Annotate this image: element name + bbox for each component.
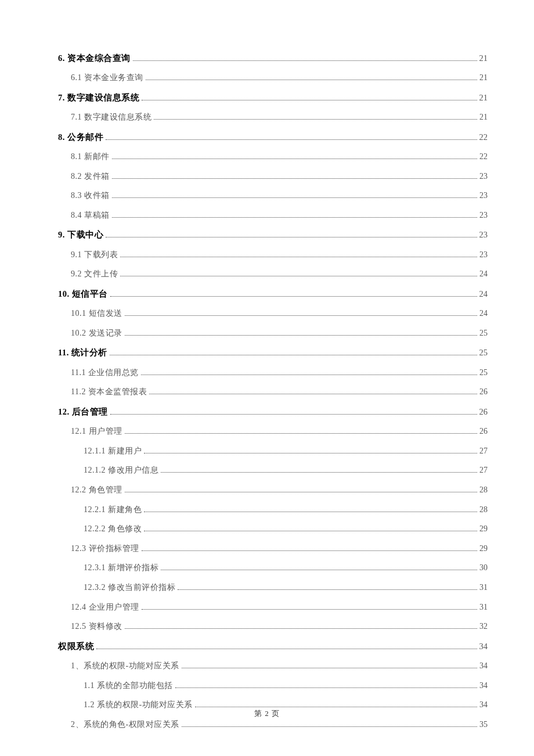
toc-entry[interactable]: 6. 资本金综合查询21 [58, 52, 488, 64]
toc-entry-page: 23 [479, 171, 488, 182]
toc-entry[interactable]: 12.2 角色管理28 [58, 484, 488, 496]
toc-dots [142, 609, 478, 610]
toc-entry-page: 21 [479, 92, 488, 103]
toc-dots [110, 355, 477, 355]
toc-entry-label: 12.3.1 新增评价指标 [84, 562, 158, 574]
page-footer: 第 2 页 [0, 708, 534, 719]
toc-entry-label: 9.2 文件上传 [71, 268, 118, 280]
toc-entry[interactable]: 8. 公务邮件22 [58, 131, 488, 143]
toc-entry-label: 10.1 短信发送 [71, 308, 122, 319]
toc-entry[interactable]: 9. 下载中心23 [58, 229, 488, 240]
toc-dots [125, 492, 478, 492]
toc-entry-page: 29 [479, 543, 488, 555]
toc-entry-page: 24 [479, 308, 488, 319]
toc-entry-label: 12.1.2 修改用户信息 [84, 465, 158, 476]
toc-entry-page: 29 [479, 523, 488, 535]
toc-entry[interactable]: 12.2.2 角色修改29 [58, 523, 488, 535]
toc-entry-label: 2、系统的角色-权限对应关系 [71, 719, 179, 730]
toc-entry[interactable]: 9.2 文件上传24 [58, 268, 488, 280]
toc-entry-page: 31 [479, 602, 488, 613]
toc-entry-label: 12.1.1 新建用户 [84, 445, 142, 457]
toc-entry-label: 7. 数字建设信息系统 [58, 92, 139, 103]
toc-dots [110, 296, 477, 297]
toc-entry[interactable]: 10.1 短信发送24 [58, 308, 488, 319]
toc-dots [144, 512, 477, 512]
toc-entry[interactable]: 11.1 企业信用总览25 [58, 367, 488, 379]
toc-entry[interactable]: 8.3 收件箱23 [58, 190, 488, 201]
toc-entry-label: 10. 短信平台 [58, 288, 108, 300]
toc-entry[interactable]: 12.5 资料修改32 [58, 621, 488, 632]
toc-entry[interactable]: 7.1 数字建设信息系统21 [58, 111, 488, 123]
toc-dots [182, 668, 477, 668]
toc-entry[interactable]: 12.2.1 新建角色28 [58, 504, 488, 516]
toc-entry[interactable]: 1.1 系统的全部功能包括34 [58, 680, 488, 692]
toc-entry-page: 34 [479, 660, 488, 672]
toc-entry-label: 12.2.1 新建角色 [84, 504, 142, 516]
toc-dots [112, 178, 478, 179]
toc-entry-label: 12.4 企业用户管理 [71, 602, 139, 613]
toc-entry-label: 12.5 资料修改 [71, 621, 122, 632]
toc-entry[interactable]: 9.1 下载列表23 [58, 249, 488, 261]
toc-entry[interactable]: 1、系统的权限-功能对应关系34 [58, 660, 488, 672]
toc-entry-page: 21 [479, 52, 488, 64]
toc-entry[interactable]: 11.2 资本金监管报表26 [58, 386, 488, 398]
toc-entry-label: 11.2 资本金监管报表 [71, 386, 147, 398]
toc-entry-label: 12.2.2 角色修改 [84, 523, 142, 535]
toc-entry-label: 10.2 发送记录 [71, 327, 122, 339]
toc-entry[interactable]: 12.3.2 修改当前评价指标31 [58, 582, 488, 593]
toc-entry-label: 11.1 企业信用总览 [71, 367, 139, 379]
toc-entry[interactable]: 7. 数字建设信息系统21 [58, 92, 488, 103]
toc-entry-page: 28 [479, 484, 488, 496]
toc-dots [112, 197, 478, 198]
toc-entry-label: 12. 后台管理 [58, 406, 108, 417]
toc-dots [112, 217, 478, 218]
toc-entry-page: 31 [479, 582, 488, 593]
toc-entry-page: 23 [479, 190, 488, 201]
toc-entry-label: 权限系统 [58, 640, 94, 652]
toc-entry[interactable]: 8.2 发件箱23 [58, 171, 488, 182]
toc-dots [106, 237, 477, 237]
table-of-contents: 6. 资本金综合查询216.1 资本金业务查询217. 数字建设信息系统217.… [58, 52, 488, 730]
toc-entry-page: 35 [479, 719, 488, 730]
toc-dots [146, 80, 478, 80]
toc-entry[interactable]: 12.1.2 修改用户信息27 [58, 465, 488, 476]
toc-entry[interactable]: 12.3 评价指标管理29 [58, 543, 488, 555]
toc-dots [96, 649, 477, 649]
toc-dots [125, 315, 478, 316]
toc-dots [142, 550, 478, 551]
toc-entry-page: 30 [479, 562, 488, 574]
toc-entry[interactable]: 6.1 资本金业务查询21 [58, 72, 488, 84]
toc-entry-page: 21 [479, 72, 488, 84]
toc-dots [141, 375, 477, 375]
toc-entry[interactable]: 12.3.1 新增评价指标30 [58, 562, 488, 574]
toc-entry-page: 24 [479, 288, 488, 300]
toc-dots [120, 276, 477, 276]
toc-entry[interactable]: 11. 统计分析25 [58, 347, 488, 358]
toc-dots [182, 726, 477, 727]
toc-entry-label: 9.1 下载列表 [71, 249, 118, 261]
toc-entry[interactable]: 12.1.1 新建用户27 [58, 445, 488, 457]
toc-entry-page: 26 [479, 386, 488, 398]
toc-entry[interactable]: 10. 短信平台24 [58, 288, 488, 300]
toc-entry[interactable]: 8.1 新邮件22 [58, 151, 488, 163]
toc-entry-page: 22 [479, 131, 488, 143]
toc-entry[interactable]: 12.1 用户管理26 [58, 426, 488, 437]
toc-entry[interactable]: 12. 后台管理26 [58, 406, 488, 417]
toc-entry-page: 25 [479, 367, 488, 379]
toc-entry-page: 27 [479, 465, 488, 476]
toc-dots [112, 159, 478, 159]
toc-entry[interactable]: 权限系统34 [58, 640, 488, 652]
toc-entry[interactable]: 8.4 草稿箱23 [58, 210, 488, 221]
toc-entry-page: 26 [479, 426, 488, 437]
toc-dots [144, 531, 477, 531]
toc-dots [161, 570, 477, 570]
toc-entry-label: 12.3 评价指标管理 [71, 543, 139, 555]
toc-entry[interactable]: 2、系统的角色-权限对应关系35 [58, 719, 488, 730]
toc-entry-page: 23 [479, 229, 488, 240]
toc-entry-label: 1.1 系统的全部功能包括 [84, 680, 173, 692]
toc-entry-label: 8.2 发件箱 [71, 171, 110, 182]
toc-entry[interactable]: 12.4 企业用户管理31 [58, 602, 488, 613]
page-content: 6. 资本金综合查询216.1 资本金业务查询217. 数字建设信息系统217.… [0, 0, 534, 756]
toc-entry[interactable]: 10.2 发送记录25 [58, 327, 488, 339]
toc-entry-label: 7.1 数字建设信息系统 [71, 111, 151, 123]
